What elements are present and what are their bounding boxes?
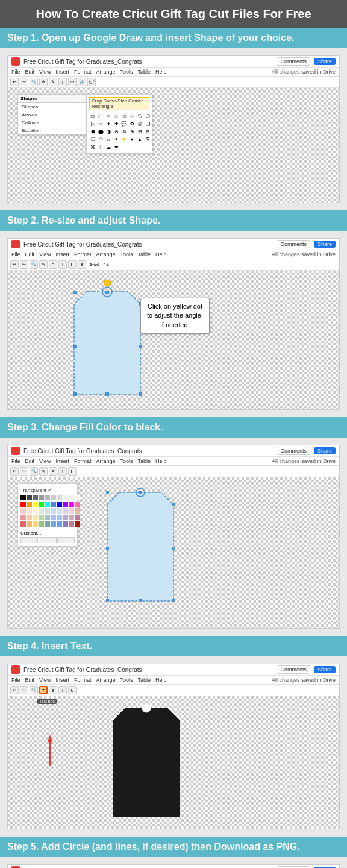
step2-tb7[interactable]: U — [68, 260, 77, 269]
color-o3[interactable] — [27, 521, 32, 527]
color-c3[interactable] — [45, 521, 50, 527]
color-lightpink[interactable] — [69, 508, 74, 514]
shape-c4[interactable]: ⬤ — [97, 128, 104, 135]
color-o2[interactable] — [27, 515, 32, 520]
share-button[interactable]: Share — [314, 58, 336, 65]
step2-tb8[interactable]: A — [78, 260, 86, 269]
menu-help[interactable]: Help — [155, 69, 167, 75]
step4-menu-format[interactable]: Format — [74, 677, 92, 683]
toolbar-btn-6[interactable]: T — [58, 78, 67, 86]
toolbar-btn-3[interactable]: 🔍 — [30, 78, 38, 86]
step3-share-button[interactable]: Share — [314, 447, 336, 454]
step3-menu-edit[interactable]: Edit — [25, 458, 35, 464]
shape-c1[interactable]: ◎ — [136, 120, 143, 127]
step2-menu-file[interactable]: File — [11, 251, 20, 257]
custom-color-label[interactable]: Custom... — [20, 529, 75, 536]
shape-cat-shapes[interactable]: Shapes — [18, 103, 89, 111]
shape-star[interactable]: ☆ — [97, 120, 104, 127]
toolbar-btn-1[interactable]: ↩ — [10, 78, 19, 86]
color-r2[interactable] — [20, 515, 26, 520]
color-p3[interactable] — [63, 521, 68, 527]
color-lightgray[interactable] — [45, 495, 50, 500]
step4-menu-table[interactable]: Table — [137, 677, 151, 683]
color-red[interactable] — [20, 502, 26, 507]
step3-comments-button[interactable]: Comments — [277, 447, 310, 455]
step4-tb2[interactable]: ↪ — [20, 686, 28, 694]
shape-c10[interactable]: ⊟ — [144, 128, 151, 135]
color-darkgray[interactable] — [27, 495, 32, 500]
step4-menu-edit[interactable]: Edit — [25, 677, 35, 683]
color-b2[interactable] — [51, 515, 56, 520]
step3-tb6[interactable]: I — [58, 467, 67, 476]
step2-tb1[interactable]: ↩ — [10, 260, 19, 269]
menu-arrange[interactable]: Arrange — [96, 69, 115, 75]
color-lightorange[interactable] — [27, 508, 32, 514]
shape-pent[interactable]: ⬠ — [136, 112, 143, 119]
shape-diamond[interactable]: ◇ — [128, 112, 136, 119]
step2-tb4[interactable]: ✎ — [39, 260, 48, 269]
step4-tb4[interactable]: B — [49, 686, 57, 694]
step2-menu-view[interactable]: View — [39, 251, 51, 257]
color-purple[interactable] — [63, 502, 68, 507]
shape-c16[interactable]: ♦ — [128, 136, 136, 143]
color-white[interactable] — [75, 495, 80, 500]
step2-menu-table[interactable]: Table — [137, 251, 151, 257]
shape-cat-equation[interactable]: Equation — [18, 127, 89, 134]
step2-menu-tools[interactable]: Tools — [120, 251, 133, 257]
step2-menu-edit[interactable]: Edit — [25, 251, 35, 257]
step2-tb5[interactable]: B — [49, 260, 57, 269]
shape-c9[interactable]: ⊞ — [136, 128, 143, 135]
step4-menu-arrange[interactable]: Arrange — [96, 677, 115, 683]
menu-table[interactable]: Table — [137, 69, 151, 75]
step2-share-button[interactable]: Share — [314, 241, 336, 248]
step3-tb4[interactable]: ✎ — [39, 467, 48, 476]
color-lightyellow[interactable] — [33, 508, 38, 514]
shape-c15[interactable]: ⚡ — [120, 136, 128, 143]
color-lightcyan[interactable] — [45, 508, 50, 514]
shape-star5[interactable]: ✦ — [105, 120, 112, 127]
shape-c5[interactable]: ◑ — [105, 128, 112, 135]
shape-c7[interactable]: ⊚ — [120, 128, 128, 135]
step4-tb3[interactable]: 🔍 — [30, 686, 38, 694]
step3-tb3[interactable]: 🔍 — [30, 467, 38, 476]
color-c2[interactable] — [45, 515, 50, 520]
shape-c19[interactable]: ⌘ — [89, 143, 96, 151]
color-pk2[interactable] — [69, 515, 74, 520]
shape-c12[interactable]: ⬭ — [97, 136, 104, 143]
comments-button[interactable]: Comments — [277, 57, 310, 66]
menu-tools[interactable]: Tools — [120, 69, 133, 75]
color-darkred[interactable] — [75, 521, 80, 527]
color-g2[interactable] — [39, 515, 44, 520]
step2-menu-help[interactable]: Help — [155, 251, 167, 257]
step4-menu-file[interactable]: File — [11, 677, 20, 683]
color-g3[interactable] — [39, 521, 44, 527]
step3-menu-insert[interactable]: Insert — [55, 458, 69, 464]
color-rose[interactable] — [75, 515, 80, 520]
step2-menu-arrange[interactable]: Arrange — [96, 251, 115, 257]
shape-c20[interactable]: ☾ — [97, 143, 104, 151]
step2-comments-button[interactable]: Comments — [277, 240, 310, 248]
color-magenta[interactable] — [69, 502, 74, 507]
color-yellow[interactable] — [33, 502, 38, 507]
step2-menu-insert[interactable]: Insert — [55, 251, 69, 257]
color-pk3[interactable] — [69, 521, 74, 527]
step2-menu-format[interactable]: Format — [74, 251, 92, 257]
shape-c17[interactable]: ▲ — [136, 136, 143, 143]
color-black[interactable] — [20, 495, 26, 500]
step3-tb5[interactable]: B — [49, 467, 57, 476]
step4-text-button[interactable]: T Text box — [39, 686, 48, 694]
menu-format[interactable]: Format — [74, 69, 92, 75]
color-p2[interactable] — [63, 515, 68, 520]
step3-tb2[interactable]: ↪ — [20, 467, 28, 476]
toolbar-btn-7[interactable]: ▭ — [68, 78, 77, 86]
color-gray[interactable] — [33, 495, 38, 500]
color-input-b[interactable] — [57, 537, 75, 543]
shape-c6[interactable]: ⊙ — [113, 128, 120, 135]
color-y3[interactable] — [33, 521, 38, 527]
shape-cat-arrows[interactable]: Arrows — [18, 111, 89, 119]
shape-c22[interactable]: ❤ — [113, 143, 120, 151]
step4-menu-help[interactable]: Help — [155, 677, 167, 683]
step5-label-link[interactable]: Download as PNG. — [214, 841, 299, 852]
menu-view[interactable]: View — [39, 69, 51, 75]
color-y2[interactable] — [33, 515, 38, 520]
